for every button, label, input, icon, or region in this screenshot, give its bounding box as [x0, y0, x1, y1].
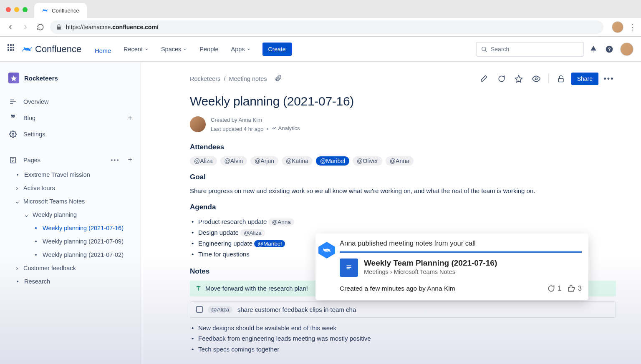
browser-profile-avatar[interactable] [612, 21, 623, 33]
notes-bullet: Feedback from engineering leads meeting … [198, 333, 616, 344]
chevron-down-icon [183, 47, 187, 51]
checkbox[interactable] [196, 306, 203, 313]
nav-recent[interactable]: Recent [119, 43, 154, 56]
task-text: share customer feedback clips in team ch… [237, 306, 356, 313]
minimize-window-button[interactable] [14, 7, 19, 12]
sprout-icon: ⚚ [196, 285, 201, 292]
popup-comment-stat[interactable]: 1 [547, 284, 561, 293]
notes-bullet: Tech specs comings together [198, 344, 616, 355]
window-controls [6, 7, 28, 18]
share-button[interactable]: Share [571, 73, 598, 85]
url-text: https://teamacme.confluence.com/ [66, 24, 159, 30]
product-name: Confluence [35, 44, 81, 55]
tree-item-wp2[interactable]: Weekly planning (2021-07-09) [3, 235, 137, 248]
app-switcher-button[interactable] [8, 44, 18, 54]
mention-chip[interactable]: @Alvin [220, 156, 247, 166]
help-button[interactable]: ? [603, 43, 616, 56]
mention-chip[interactable]: @Maribel [316, 156, 349, 166]
chevron-down-icon: ⌄ [14, 198, 20, 205]
breadcrumb: Rocketeers / Meeting notes [190, 75, 282, 83]
space-header[interactable]: Rocketeers [3, 69, 137, 87]
sidebar: Rocketeers Overview ❞ Blog + Settings Pa… [0, 62, 141, 364]
popup-card[interactable]: Weekly Team Planning (2021-07-16) Meetin… [340, 251, 582, 293]
nav-people[interactable]: People [194, 43, 223, 56]
create-button[interactable]: Create [262, 43, 292, 56]
notifications-button[interactable] [587, 43, 600, 56]
confluence-logo[interactable]: Confluence [22, 44, 81, 55]
svg-point-11 [535, 78, 537, 80]
tree-item-teams-notes[interactable]: ⌄Microsoft Teams Notes [3, 195, 137, 208]
sidebar-overview[interactable]: Overview [3, 94, 137, 109]
mention-chip[interactable]: @Aliza [190, 156, 217, 166]
star-button[interactable] [512, 72, 526, 86]
sidebar-pages[interactable]: Pages ••• + [3, 152, 137, 168]
task-mention[interactable]: @Aliza [208, 306, 232, 313]
pages-more-button[interactable]: ••• [111, 157, 119, 163]
more-actions-button[interactable]: ••• [602, 72, 616, 86]
svg-text:?: ? [608, 46, 611, 52]
tree-item-research[interactable]: Research [3, 275, 137, 288]
overview-icon [8, 98, 18, 105]
tree-item-weekly-planning[interactable]: ⌄Weekly planning [3, 208, 137, 221]
mention-chip[interactable]: @Oliver [353, 156, 382, 166]
tree-item-customer-feedback[interactable]: ›Customer feedback [3, 261, 137, 275]
url-input[interactable]: https://teamacme.confluence.com/ [50, 20, 603, 34]
comment-button[interactable] [494, 72, 508, 86]
add-blog-button[interactable]: + [128, 114, 132, 123]
mention-chip[interactable]: @Katina [282, 156, 313, 166]
chevron-down-icon: ⌄ [23, 211, 29, 218]
tree-item-active-tours[interactable]: ›Active tours [3, 181, 137, 195]
author-avatar[interactable] [190, 116, 206, 132]
mention-chip[interactable]: @Aliza [240, 229, 265, 236]
search-input[interactable]: Search [476, 42, 584, 57]
tree-item-wp3[interactable]: Weekly planning (2021-07-02) [3, 248, 137, 261]
back-button[interactable] [5, 22, 16, 33]
popup-title: Anna published meeting notes from your c… [340, 239, 582, 247]
add-page-button[interactable]: + [128, 156, 132, 164]
gear-icon [8, 131, 18, 138]
teams-notification-popup[interactable]: Anna published meeting notes from your c… [315, 233, 588, 300]
byline: Created by Anna Kim Last updated 4 hr ag… [190, 116, 616, 133]
confluence-icon [22, 44, 33, 55]
breadcrumb-parent[interactable]: Meeting notes [229, 75, 267, 82]
edit-button[interactable] [477, 72, 491, 86]
attachment-icon[interactable] [274, 75, 282, 83]
browser-chrome: Confluence https://teamacme.confluence.c… [0, 0, 641, 37]
watch-button[interactable] [529, 72, 543, 86]
mention-chip[interactable]: @Maribel [254, 240, 285, 247]
sidebar-settings[interactable]: Settings [3, 127, 137, 142]
task-item[interactable]: @Aliza share customer feedback clips in … [190, 301, 616, 318]
popup-like-stat[interactable]: 3 [567, 284, 582, 293]
reload-button[interactable] [35, 22, 46, 33]
breadcrumb-space[interactable]: Rocketeers [190, 75, 220, 82]
space-name: Rocketeers [24, 75, 58, 82]
goal-text: Share progress on new and existing work … [190, 186, 616, 196]
close-window-button[interactable] [6, 7, 11, 12]
mention-chip[interactable]: @Anna [268, 218, 294, 226]
app-header: Confluence Home Recent Spaces People App… [0, 37, 641, 62]
forward-button[interactable] [20, 22, 31, 33]
document-icon [340, 259, 358, 277]
tab-title: Confluence [52, 8, 79, 14]
svg-rect-12 [558, 78, 563, 82]
restrictions-button[interactable] [554, 72, 568, 86]
svg-point-6 [12, 133, 14, 136]
profile-avatar[interactable] [620, 43, 633, 56]
nav-apps[interactable]: Apps [226, 43, 255, 56]
search-placeholder: Search [491, 46, 509, 53]
maximize-window-button[interactable] [23, 7, 28, 12]
page-actions: Share ••• [477, 72, 616, 86]
address-bar: https://teamacme.confluence.com/ ⋮ [0, 18, 641, 36]
analytics-link[interactable]: Analytics [272, 124, 300, 133]
browser-menu-button[interactable]: ⋮ [628, 23, 636, 32]
chevron-down-icon [144, 47, 149, 51]
tree-item-mission[interactable]: Exxtreme Travel mission [3, 168, 137, 181]
chevron-down-icon [247, 47, 251, 51]
mention-chip[interactable]: @Anna [386, 156, 414, 166]
mention-chip[interactable]: @Arjun [250, 156, 278, 166]
nav-spaces[interactable]: Spaces [156, 43, 192, 56]
sidebar-blog[interactable]: ❞ Blog + [3, 109, 137, 127]
browser-tab[interactable]: Confluence [34, 3, 87, 18]
nav-home[interactable]: Home [90, 44, 116, 63]
tree-item-wp1[interactable]: Weekly planning (2021-07-16) [3, 221, 137, 235]
